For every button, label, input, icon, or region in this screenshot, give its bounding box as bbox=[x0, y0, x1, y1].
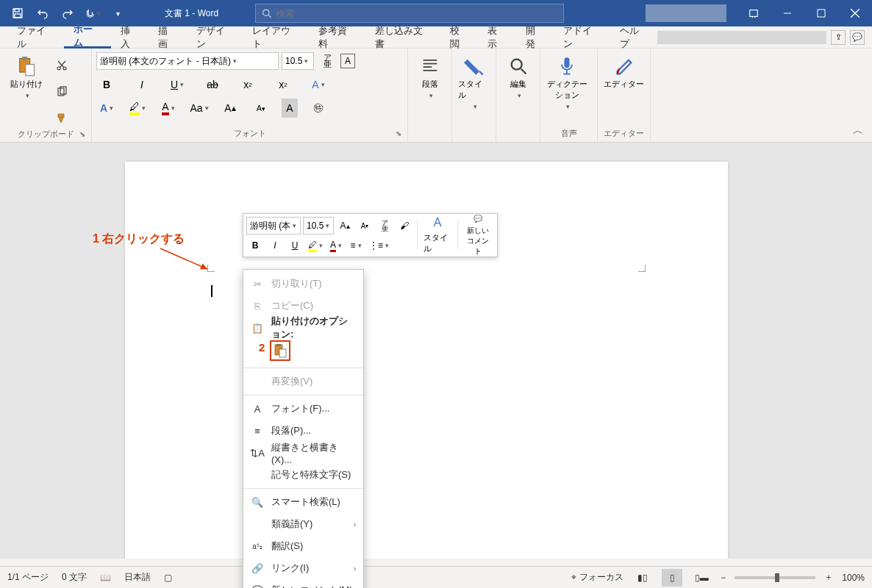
zoom-slider[interactable] bbox=[735, 576, 815, 579]
share-button[interactable]: ⇪ bbox=[831, 30, 846, 45]
superscript-button[interactable]: x2 bbox=[273, 75, 293, 94]
tab-file[interactable]: ファイル bbox=[7, 26, 64, 49]
editor-button[interactable]: エディター bbox=[602, 51, 646, 94]
tab-references[interactable]: 参考資料 bbox=[309, 26, 365, 49]
menu-synonyms[interactable]: 類義語(Y)› bbox=[243, 513, 363, 535]
comments-button[interactable]: 💬 bbox=[850, 30, 865, 45]
menu-link[interactable]: 🔗リンク(I)› bbox=[243, 557, 363, 579]
status-words[interactable]: 0 文字 bbox=[62, 571, 87, 584]
subscript-button[interactable]: x2 bbox=[237, 75, 258, 94]
zoom-level[interactable]: 100% bbox=[842, 573, 865, 583]
mini-new-comment[interactable]: 💬新しい コメント bbox=[462, 219, 494, 251]
menu-text-direction[interactable]: ⇅A縦書きと横書き(X)... bbox=[243, 442, 363, 464]
search-input[interactable] bbox=[276, 8, 557, 19]
bold-button[interactable]: B bbox=[96, 75, 117, 94]
tab-draw[interactable]: 描画 bbox=[149, 26, 186, 49]
menu-translate[interactable]: a⁵₂翻訳(S) bbox=[243, 535, 363, 557]
clipboard-launcher[interactable]: ⬊ bbox=[79, 130, 85, 138]
text-effects-button[interactable]: A bbox=[308, 75, 329, 94]
search-box[interactable] bbox=[255, 4, 564, 23]
mini-italic[interactable]: I bbox=[266, 237, 284, 254]
mini-underline[interactable]: U bbox=[286, 237, 304, 254]
phonetic-guide-button[interactable]: ア亜 bbox=[317, 51, 337, 71]
menu-paragraph[interactable]: ≡段落(P)... bbox=[243, 420, 363, 442]
tab-help[interactable]: ヘルプ bbox=[610, 26, 657, 49]
font-size-combo[interactable]: 10.5 bbox=[282, 52, 314, 70]
text-fill-button[interactable]: A bbox=[96, 98, 117, 118]
mini-bold[interactable]: B bbox=[246, 237, 264, 254]
tab-design[interactable]: デザイン bbox=[187, 26, 243, 49]
paragraph-menu-icon: ≡ bbox=[251, 424, 264, 437]
account-area[interactable] bbox=[646, 4, 726, 22]
tab-home[interactable]: ホーム bbox=[64, 26, 111, 49]
mini-format-painter[interactable]: 🖌 bbox=[396, 218, 413, 234]
read-mode-button[interactable]: ▮▯ bbox=[632, 569, 653, 587]
mini-bullets[interactable]: ≡ bbox=[347, 237, 365, 254]
minimize-button[interactable] bbox=[771, 0, 804, 26]
zoom-out-button[interactable]: − bbox=[721, 573, 726, 583]
paste-keep-source-button[interactable] bbox=[270, 340, 290, 361]
mini-shrink-font[interactable]: A▾ bbox=[356, 218, 374, 234]
menu-copy[interactable]: ⎘コピー(C) bbox=[243, 295, 363, 317]
tab-view[interactable]: 表示 bbox=[478, 26, 515, 49]
editing-button[interactable]: 編集 bbox=[501, 51, 535, 104]
tab-insert[interactable]: 挿入 bbox=[111, 26, 149, 49]
tab-developer[interactable]: 開発 bbox=[516, 26, 554, 49]
mini-highlight[interactable]: 🖊 bbox=[306, 237, 325, 254]
strikethrough-button[interactable]: ab bbox=[202, 75, 223, 94]
mini-font-color[interactable]: A bbox=[327, 237, 345, 254]
focus-mode-button[interactable]: ⌖フォーカス bbox=[571, 571, 623, 584]
tab-layout[interactable]: レイアウト bbox=[243, 26, 308, 49]
menu-cut[interactable]: ✂切り取り(T) bbox=[243, 273, 363, 295]
styles-button[interactable]: スタイル bbox=[457, 51, 491, 115]
tab-addins[interactable]: アドイン bbox=[554, 26, 610, 49]
format-painter-button[interactable] bbox=[51, 109, 72, 128]
maximize-button[interactable] bbox=[804, 0, 838, 26]
grow-font-button[interactable]: A▴ bbox=[220, 98, 240, 118]
cut-button[interactable] bbox=[51, 56, 72, 75]
menu-smart-lookup[interactable]: 🔍スマート検索(L) bbox=[243, 491, 363, 513]
status-macro-icon[interactable]: ▢ bbox=[164, 573, 172, 583]
enclose-characters-button[interactable]: ㊕ bbox=[308, 98, 329, 118]
mini-phonetic[interactable]: ア亜 bbox=[376, 218, 393, 234]
font-color-button[interactable]: A bbox=[158, 98, 179, 118]
status-spellcheck-icon[interactable]: 📖 bbox=[100, 573, 111, 583]
menu-new-comment[interactable]: 💬新しいコメント(M) bbox=[243, 579, 363, 588]
font-launcher[interactable]: ⬊ bbox=[396, 129, 401, 137]
mini-grow-font[interactable]: A▴ bbox=[336, 218, 354, 234]
collapse-ribbon-button[interactable]: ︿ bbox=[853, 124, 863, 137]
ribbon-display-button[interactable] bbox=[737, 0, 771, 26]
mini-numbering[interactable]: ⋮≡ bbox=[367, 237, 391, 254]
mini-size-combo[interactable]: 10.5 bbox=[303, 217, 334, 234]
mini-styles[interactable]: Aスタイル bbox=[421, 219, 454, 251]
paragraph-button[interactable]: 段落 bbox=[412, 51, 447, 104]
undo-button[interactable] bbox=[31, 0, 54, 26]
dictation-button[interactable]: ディクテーション bbox=[545, 51, 589, 115]
copy-button[interactable] bbox=[51, 82, 72, 101]
qat-customize[interactable]: ▾ bbox=[106, 0, 129, 26]
mini-styles-label: スタイル bbox=[424, 232, 451, 254]
highlight-button[interactable]: 🖊 bbox=[127, 98, 148, 118]
tab-review[interactable]: 校閲 bbox=[440, 26, 478, 49]
paste-button[interactable]: 貼り付け bbox=[4, 51, 49, 104]
menu-reconvert[interactable]: 再変換(V) bbox=[243, 370, 363, 392]
menu-font[interactable]: Aフォント(F)... bbox=[243, 398, 363, 420]
print-layout-button[interactable]: ▯ bbox=[662, 569, 682, 587]
underline-button[interactable]: U bbox=[167, 75, 187, 94]
zoom-in-button[interactable]: ＋ bbox=[824, 571, 833, 584]
italic-button[interactable]: I bbox=[132, 75, 152, 94]
save-button[interactable] bbox=[6, 0, 29, 26]
web-layout-button[interactable]: ▯▬ bbox=[691, 569, 712, 587]
character-border-button[interactable]: A bbox=[340, 54, 355, 68]
character-shading-button[interactable]: A bbox=[282, 98, 298, 118]
status-page[interactable]: 1/1 ページ bbox=[7, 571, 49, 584]
tab-mailings[interactable]: 差し込み文書 bbox=[365, 26, 440, 49]
change-case-button[interactable]: Aa bbox=[189, 98, 210, 118]
menu-symbols[interactable]: 記号と特殊文字(S) bbox=[243, 464, 363, 486]
shrink-font-button[interactable]: A▾ bbox=[251, 98, 271, 118]
status-language[interactable]: 日本語 bbox=[124, 571, 151, 584]
mini-font-combo[interactable]: 游明朝 (本 bbox=[246, 217, 301, 234]
font-name-combo[interactable]: 游明朝 (本文のフォント - 日本語) bbox=[96, 52, 279, 70]
text-cursor bbox=[211, 285, 212, 297]
close-button[interactable] bbox=[838, 0, 872, 26]
